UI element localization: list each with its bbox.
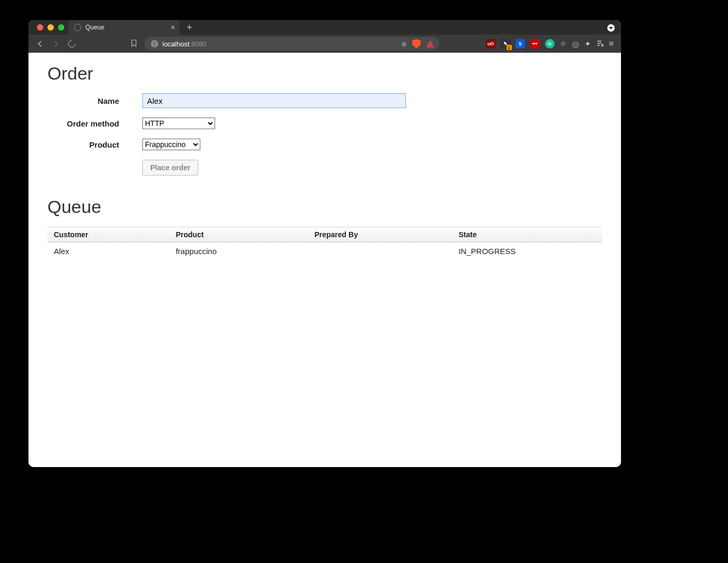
maximize-window-button[interactable]	[58, 24, 64, 31]
address-bar-actions: ⊕	[401, 39, 434, 48]
place-order-button[interactable]: Place order	[142, 160, 198, 176]
form-row-name: Name	[47, 93, 602, 108]
product-select[interactable]: Frappuccino	[142, 139, 200, 150]
playlist-icon	[596, 40, 604, 47]
bookmark-icon	[131, 40, 137, 47]
main-menu-icon[interactable]: ≡	[609, 39, 614, 48]
page-content: Order Name Order method HTTP Product Fra…	[28, 53, 621, 467]
chevron-left-icon	[37, 41, 43, 47]
cell-product: frappuccino	[169, 242, 308, 260]
minimize-window-button[interactable]	[47, 24, 54, 31]
method-label: Order method	[47, 119, 142, 128]
tab-title: Queue	[85, 24, 104, 31]
queue-section: Queue Customer Product Prepared By State…	[47, 197, 602, 260]
bookmark-button[interactable]	[131, 40, 137, 48]
reading-list-icon[interactable]	[596, 40, 604, 48]
reload-button[interactable]	[65, 37, 78, 50]
col-product: Product	[169, 227, 308, 242]
extension-stylus-icon[interactable]: ✎	[501, 39, 510, 48]
back-button[interactable]	[34, 37, 46, 50]
form-row-product: Product Frappuccino	[47, 139, 602, 150]
extension-grammarly-icon[interactable]: G	[545, 39, 555, 48]
extension-lastpass-icon[interactable]: •••	[530, 39, 540, 48]
zoom-icon[interactable]: ⊕	[401, 40, 407, 48]
browser-tab[interactable]: Queue ×	[69, 20, 179, 35]
globe-icon	[74, 24, 81, 31]
product-label: Product	[47, 140, 142, 149]
url-host: localhost	[162, 40, 189, 48]
reload-icon	[66, 38, 77, 49]
table-row: Alex frappuccino IN_PROGRESS	[47, 242, 602, 260]
order-heading: Order	[47, 63, 602, 84]
warning-icon[interactable]	[426, 40, 434, 47]
close-window-button[interactable]	[37, 24, 43, 31]
cell-prepared-by	[308, 242, 452, 260]
table-header-row: Customer Product Prepared By State	[47, 227, 602, 242]
method-select[interactable]: HTTP	[142, 118, 215, 129]
chevron-right-icon	[53, 41, 59, 47]
name-input[interactable]	[142, 93, 406, 108]
extension-target-icon[interactable]: ◎	[572, 39, 579, 49]
url-text: localhost:8080	[162, 40, 207, 48]
form-row-method: Order method HTTP	[47, 118, 602, 129]
url-port: :8080	[189, 40, 207, 48]
col-state: State	[452, 227, 602, 242]
extension-ublock-icon[interactable]: uO	[486, 39, 496, 48]
cell-customer: Alex	[47, 242, 169, 260]
tab-strip: Queue × +	[69, 20, 192, 35]
submit-row: Place order	[142, 160, 602, 176]
name-label: Name	[47, 96, 142, 105]
extension-icons: uO ✎ S ••• G ⚛ ◎ ✦ ≡	[486, 39, 616, 49]
window-menu-icon[interactable]	[607, 24, 615, 32]
address-bar[interactable]: ! localhost:8080 ⊕	[144, 37, 440, 51]
extension-simplify-icon[interactable]: S	[516, 39, 525, 48]
extension-react-icon[interactable]: ⚛	[560, 40, 567, 48]
toolbar: ! localhost:8080 ⊕ uO ✎ S ••• G ⚛ ◎ ✦ ≡	[28, 35, 621, 53]
extensions-menu-icon[interactable]: ✦	[585, 40, 591, 48]
col-customer: Customer	[47, 227, 169, 242]
col-prepared-by: Prepared By	[308, 227, 452, 242]
shield-icon[interactable]	[412, 39, 421, 48]
window-controls	[37, 24, 64, 31]
browser-window: Queue × + ! localhost:8080 ⊕	[28, 20, 621, 467]
queue-table: Customer Product Prepared By State Alex …	[47, 227, 602, 260]
forward-button[interactable]	[50, 37, 62, 50]
new-tab-button[interactable]: +	[187, 22, 192, 33]
site-info-icon[interactable]: !	[151, 40, 158, 47]
close-tab-icon[interactable]: ×	[171, 23, 175, 32]
cell-state: IN_PROGRESS	[452, 242, 602, 260]
queue-heading: Queue	[47, 197, 602, 217]
title-bar: Queue × +	[28, 20, 621, 35]
